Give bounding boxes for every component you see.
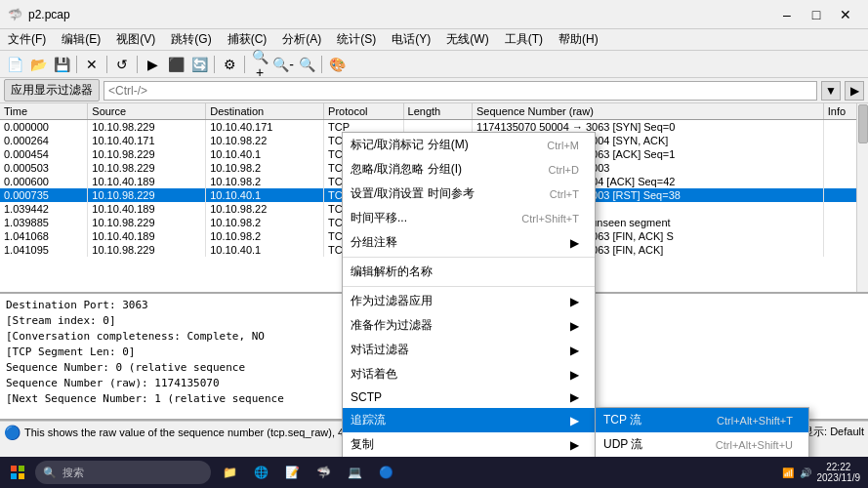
sep5 [244,56,245,73]
scroll-thumb[interactable] [858,104,868,143]
context-menu-item-sctp[interactable]: SCTP▶ [343,386,595,408]
table-cell: 10.10.40.1 [206,243,324,257]
table-cell: 1.039442 [0,202,88,216]
capture-start[interactable]: ▶ [142,54,163,75]
reload-button[interactable]: ↺ [111,54,133,75]
context-menu-label: 作为过滤器应用 [351,293,433,309]
svg-rect-0 [11,466,17,471]
context-menu-label: SCTP [351,390,382,404]
context-menu-item-标记/取消标记-分组(m)[interactable]: 标记/取消标记 分组(M)Ctrl+M [343,133,595,157]
context-menu-item-编辑解析的名称[interactable]: 编辑解析的名称 [343,260,595,284]
context-menu-label: 准备作为过滤器 [351,317,433,334]
zoom-out[interactable]: 🔍- [272,54,294,75]
taskbar-app-wireshark[interactable]: 🦈 [309,459,338,486]
context-menu-item-时间平移...[interactable]: 时间平移...Ctrl+Shift+T [343,206,595,230]
menu-statistics[interactable]: 统计(S) [329,29,384,50]
menu-tools[interactable]: 工具(T) [497,29,551,50]
table-cell: 10.10.98.229 [88,120,206,135]
menu-analyze[interactable]: 分析(A) [274,29,329,50]
capture-restart[interactable]: 🔄 [188,54,210,75]
menu-capture[interactable]: 捕获(C) [220,29,275,50]
table-cell: 0.000503 [0,161,88,175]
menu-file[interactable]: 文件(F) [0,29,54,50]
col-seq[interactable]: Sequence Number (raw) [473,103,824,120]
menu-bar: 文件(F) 编辑(E) 视图(V) 跳转(G) 捕获(C) 分析(A) 统计(S… [0,29,868,51]
submenu-item[interactable]: TCP 流Ctrl+Alt+Shift+T [596,408,808,432]
filter-apply[interactable]: ▶ [845,81,864,101]
submenu-arrow: ▶ [570,236,579,250]
packet-scrollbar[interactable] [856,103,868,292]
menu-phone[interactable]: 电话(Y) [384,29,438,50]
close-file-button[interactable]: ✕ [81,54,103,75]
color-button[interactable]: 🎨 [326,54,348,75]
col-destination[interactable]: Destination [206,103,324,120]
table-cell: 0.000000 [0,120,88,135]
table-cell: 10.10.98.2 [206,216,324,229]
maximize-button[interactable]: □ [802,5,831,24]
context-menu-item-准备作为过滤器[interactable]: 准备作为过滤器▶ [343,313,595,338]
taskbar-app-vscode[interactable]: 📝 [277,459,307,486]
context-menu-label: 分组注释 [351,234,397,251]
context-menu-item-复制[interactable]: 复制▶ [343,432,595,457]
status-text: This shows the raw value of the sequence… [24,427,380,438]
new-button[interactable]: 📄 [4,54,25,75]
context-menu-item-忽略/取消忽略-分组(i)[interactable]: 忽略/取消忽略 分组(I)Ctrl+D [343,157,595,182]
taskbar-tray: 📶 🔊 22:22 2023/11/9 [782,462,865,483]
table-cell: 10.10.40.1 [206,188,324,202]
minimize-button[interactable]: – [772,5,802,24]
tray-time: 22:22 [817,462,861,472]
filter-dropdown[interactable]: ▼ [821,81,841,101]
svg-rect-3 [19,473,24,479]
context-menu-label: 对话过滤器 [351,342,409,358]
taskbar-app-explorer[interactable]: 📁 [215,459,244,486]
submenu-arrow: ▶ [570,390,579,404]
menu-help[interactable]: 帮助(H) [551,29,606,50]
col-source[interactable]: Source [88,103,206,120]
taskbar-app-chrome[interactable]: 🔵 [371,459,400,486]
table-cell: 10.10.98.229 [88,188,206,202]
context-menu-item: 时间平移...Ctrl+Shift+T [343,206,595,230]
capture-options[interactable]: ⚙ [219,54,240,75]
open-button[interactable]: 📂 [27,54,49,75]
col-length[interactable]: Length [403,103,472,120]
menu-view[interactable]: 视图(V) [108,29,163,50]
context-menu-item-对话过滤器[interactable]: 对话过滤器▶ [343,338,595,362]
taskbar-app-edge[interactable]: 🌐 [246,459,275,486]
tray-network: 📶 [782,468,794,478]
context-menu-item: 设置/取消设置 时间参考Ctrl+T [343,182,595,206]
save-button[interactable]: 💾 [51,54,72,75]
submenu-item[interactable]: UDP 流Ctrl+Alt+Shift+U [596,432,808,457]
menu-wireless[interactable]: 无线(W) [438,29,496,50]
table-cell: 1.041068 [0,229,88,243]
taskbar-app-terminal[interactable]: 💻 [340,459,369,486]
menu-go[interactable]: 跳转(G) [163,29,219,50]
capture-stop[interactable]: ⬛ [165,54,186,75]
submenu-item-label: TCP 流 [603,412,641,428]
start-button[interactable] [4,459,31,486]
zoom-in[interactable]: 🔍+ [249,54,270,75]
context-menu-item-作为过滤器应用[interactable]: 作为过滤器应用▶ [343,289,595,313]
context-menu-item: 作为过滤器应用▶ [343,289,595,313]
context-menu-item-设置/取消设置-时间参考[interactable]: 设置/取消设置 时间参考Ctrl+T [343,182,595,206]
title-bar-left: 🦈 p2.pcap [8,8,70,21]
title-bar: 🦈 p2.pcap – □ ✕ [0,0,868,29]
context-menu-item: 复制▶ [343,432,595,457]
zoom-normal[interactable]: 🔍 [296,54,317,75]
col-time[interactable]: Time [0,103,88,120]
shortcut-label: Ctrl+Shift+T [521,213,579,224]
context-menu-item-追踪流[interactable]: 追踪流▶ [343,408,595,432]
context-menu-item: 追踪流▶TCP 流Ctrl+Alt+Shift+TUDP 流Ctrl+Alt+S… [343,408,595,432]
context-menu-item-分组注释[interactable]: 分组注释▶ [343,230,595,255]
search-icon: 🔍 [43,467,57,479]
col-protocol[interactable]: Protocol [324,103,403,120]
table-cell: 10.10.98.2 [206,175,324,188]
close-button[interactable]: ✕ [831,5,860,24]
submenu-shortcut: Ctrl+Alt+Shift+U [716,439,793,451]
submenu-arrow: ▶ [570,344,579,357]
menu-edit[interactable]: 编辑(E) [54,29,108,50]
title-controls: – □ ✕ [772,5,860,24]
filter-input[interactable] [103,81,817,101]
context-menu-item-对话着色[interactable]: 对话着色▶ [343,362,595,386]
taskbar-search[interactable]: 🔍 搜索 [35,461,211,484]
tray-date: 2023/11/9 [817,472,861,483]
